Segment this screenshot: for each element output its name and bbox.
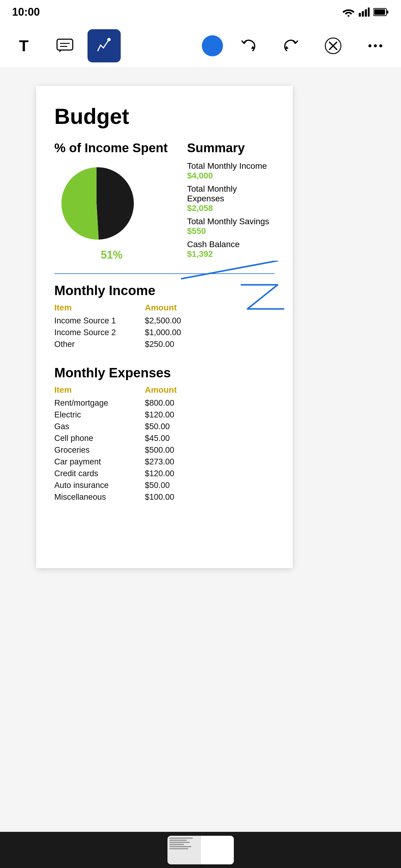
expense-row-5-item: Groceries bbox=[54, 445, 145, 455]
svg-rect-3 bbox=[365, 9, 367, 17]
monthly-income-section: Monthly Income Item Amount Income Source… bbox=[54, 283, 275, 350]
summary-income-label: Total Monthly Income bbox=[187, 161, 275, 171]
drawing-tool-icon bbox=[95, 37, 113, 55]
bottom-bar bbox=[0, 832, 401, 868]
summary-cash-label: Cash Balance bbox=[187, 240, 275, 249]
undo-button[interactable] bbox=[232, 29, 265, 62]
summary-expenses-label: Total Monthly Expenses bbox=[187, 184, 275, 204]
income-row-2-amount: $1,000.00 bbox=[145, 328, 275, 337]
expense-row-2-item: Electric bbox=[54, 410, 145, 420]
pie-chart-section: % of Income Spent 51% bbox=[54, 141, 169, 261]
income-table: Item Amount Income Source 1 $2,500.00 In… bbox=[54, 303, 275, 350]
pie-chart-title: % of Income Spent bbox=[54, 141, 169, 155]
more-options-icon bbox=[366, 37, 384, 55]
summary-income-value: $4,000 bbox=[187, 171, 275, 181]
comment-tool-button[interactable] bbox=[48, 29, 82, 62]
income-col-amount-header: Amount bbox=[145, 303, 275, 313]
status-bar: 10:00 bbox=[0, 0, 401, 24]
table-row: Car payment $273.00 bbox=[54, 456, 275, 468]
battery-icon bbox=[373, 8, 389, 16]
drawing-tool-button[interactable] bbox=[87, 29, 121, 62]
thumb-line-5 bbox=[169, 846, 192, 847]
redo-button[interactable] bbox=[274, 29, 308, 62]
table-row: Credit cards $120.00 bbox=[54, 468, 275, 479]
canvas-area[interactable]: Budget % of Income Spent bbox=[0, 68, 401, 832]
table-row: Income Source 1 $2,500.00 bbox=[54, 315, 275, 327]
comment-tool-icon bbox=[56, 37, 74, 55]
expense-row-7-item: Credit cards bbox=[54, 469, 145, 478]
table-row: Electric $120.00 bbox=[54, 409, 275, 421]
status-time: 10:00 bbox=[12, 6, 40, 19]
top-section: % of Income Spent 51% bbox=[54, 141, 275, 261]
svg-point-12 bbox=[107, 38, 111, 41]
expense-row-1-item: Rent/mortgage bbox=[54, 398, 145, 408]
document-sheet: Budget % of Income Spent bbox=[36, 86, 293, 568]
signal-icon bbox=[359, 7, 370, 17]
svg-point-18 bbox=[379, 44, 382, 47]
expense-row-4-item: Cell phone bbox=[54, 434, 145, 443]
expense-row-8-item: Auto insurance bbox=[54, 481, 145, 490]
table-row: Auto insurance $50.00 bbox=[54, 479, 275, 491]
table-row: Other $250.00 bbox=[54, 338, 275, 350]
status-icons bbox=[342, 7, 389, 17]
expense-row-6-amount: $273.00 bbox=[145, 457, 275, 467]
wifi-icon bbox=[342, 7, 355, 17]
svg-rect-6 bbox=[386, 10, 388, 13]
svg-rect-4 bbox=[368, 7, 370, 17]
summary-section: Summary Total Monthly Income $4,000 Tota… bbox=[187, 141, 275, 261]
table-row: Cell phone $45.00 bbox=[54, 433, 275, 444]
expense-row-8-amount: $50.00 bbox=[145, 481, 275, 490]
monthly-expenses-section: Monthly Expenses Item Amount Rent/mortga… bbox=[54, 365, 275, 503]
pie-percentage: 51% bbox=[54, 249, 169, 261]
summary-savings-value: $550 bbox=[187, 226, 275, 236]
expenses-col-item-header: Item bbox=[54, 385, 145, 395]
expenses-table-header: Item Amount bbox=[54, 385, 275, 395]
income-row-1-amount: $2,500.00 bbox=[145, 316, 275, 326]
summary-savings-label: Total Monthly Savings bbox=[187, 217, 275, 226]
page-thumbnail[interactable] bbox=[168, 836, 234, 864]
section-divider bbox=[54, 273, 275, 274]
income-row-3-item: Other bbox=[54, 340, 145, 349]
income-row-1-item: Income Source 1 bbox=[54, 316, 145, 326]
expense-row-9-amount: $100.00 bbox=[145, 493, 275, 502]
svg-point-0 bbox=[348, 15, 349, 17]
thumb-line-3 bbox=[169, 842, 190, 843]
thumb-line-1 bbox=[169, 838, 193, 839]
expense-row-3-item: Gas bbox=[54, 422, 145, 431]
document-title: Budget bbox=[54, 104, 275, 129]
expense-row-6-item: Car payment bbox=[54, 457, 145, 467]
redo-icon bbox=[282, 37, 300, 55]
expense-row-2-amount: $120.00 bbox=[145, 410, 275, 420]
expense-row-7-amount: $120.00 bbox=[145, 469, 275, 478]
svg-rect-1 bbox=[359, 13, 361, 17]
pie-chart bbox=[54, 161, 139, 246]
income-col-item-header: Item bbox=[54, 303, 145, 313]
income-row-3-amount: $250.00 bbox=[145, 340, 275, 349]
expenses-col-amount-header: Amount bbox=[145, 385, 275, 395]
undo-icon bbox=[239, 37, 258, 55]
record-button[interactable] bbox=[202, 35, 223, 56]
expense-row-3-amount: $50.00 bbox=[145, 422, 275, 431]
expense-row-4-amount: $45.00 bbox=[145, 434, 275, 443]
summary-cash-value: $1,392 bbox=[187, 249, 275, 259]
expense-row-9-item: Miscellaneous bbox=[54, 493, 145, 502]
monthly-income-title: Monthly Income bbox=[54, 283, 275, 298]
summary-expenses-value: $2,058 bbox=[187, 204, 275, 213]
monthly-expenses-title: Monthly Expenses bbox=[54, 365, 275, 380]
thumb-line-2 bbox=[169, 840, 187, 841]
table-row: Income Source 2 $1,000.00 bbox=[54, 327, 275, 338]
expenses-table: Item Amount Rent/mortgage $800.00 Electr… bbox=[54, 385, 275, 503]
table-row: Miscellaneous $100.00 bbox=[54, 491, 275, 503]
table-row: Gas $50.00 bbox=[54, 421, 275, 433]
close-button[interactable] bbox=[316, 29, 350, 62]
thumbnail-content-right bbox=[201, 836, 234, 864]
table-row: Groceries $500.00 bbox=[54, 444, 275, 456]
close-icon bbox=[324, 37, 342, 55]
income-row-2-item: Income Source 2 bbox=[54, 328, 145, 337]
svg-text:T: T bbox=[19, 37, 29, 55]
svg-point-17 bbox=[374, 44, 377, 47]
text-tool-button[interactable]: T bbox=[9, 29, 42, 62]
svg-point-16 bbox=[368, 44, 371, 47]
table-row: Rent/mortgage $800.00 bbox=[54, 397, 275, 409]
more-options-button[interactable] bbox=[359, 29, 392, 62]
